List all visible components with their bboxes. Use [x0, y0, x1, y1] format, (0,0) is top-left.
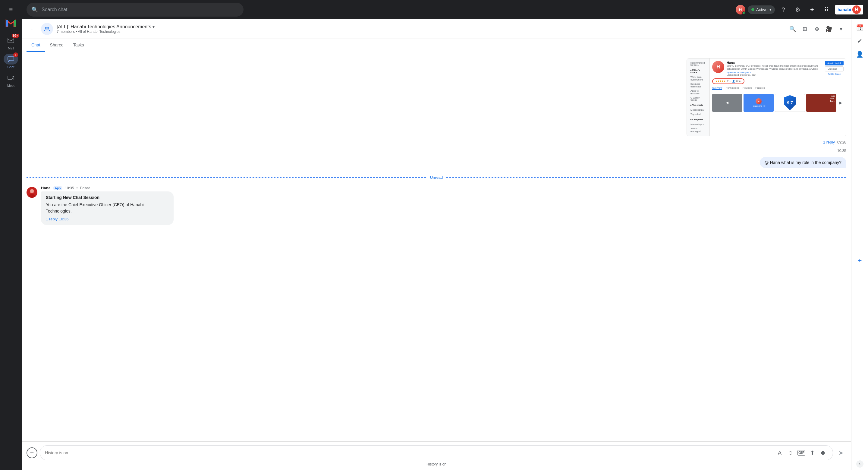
- title-dropdown-icon: ▾: [153, 24, 155, 29]
- ss-rating: ★★★★★ 11 · 👤 22K+: [712, 78, 744, 84]
- chat-icon: [7, 56, 14, 62]
- ss-thumb-3: 9.7: [775, 94, 805, 112]
- header-search-button[interactable]: 🔍: [787, 24, 798, 34]
- ss-add-to-space: Add to Space: [825, 73, 844, 75]
- svg-rect-0: [6, 20, 8, 27]
- send-button[interactable]: ➤: [835, 447, 846, 458]
- gif-button[interactable]: GIF: [797, 448, 806, 458]
- input-actions: A ☺ GIF ⬆ ⏺: [775, 448, 828, 458]
- ai-button[interactable]: ✦: [806, 4, 818, 16]
- image-message: Recommended for Goo... ▸ Editor's choice…: [22, 57, 851, 138]
- right-panel-collapse-button[interactable]: ›: [856, 460, 864, 468]
- ss-shield-container: 9.7: [784, 95, 796, 110]
- ss-hana-says: Hana says: Hi!: [752, 105, 766, 107]
- chat-panel: ← [ALL]: Hanabi Technologies Announcemen…: [22, 19, 851, 470]
- right-panel-calendar-button[interactable]: 📅: [854, 22, 866, 34]
- tab-shared[interactable]: Shared: [45, 39, 68, 52]
- format-text-button[interactable]: A: [775, 448, 784, 458]
- hana-bubble-text: You are the Chief Executive Officer (CEO…: [46, 202, 169, 214]
- upload-icon: ⬆: [810, 449, 815, 456]
- ss-top-charts: ▸ Top charts: [689, 103, 707, 108]
- text-message-timestamp: 10:35: [837, 149, 846, 153]
- scope-text: All of Hanabi Technologies: [78, 30, 120, 34]
- ss-nev-teal: Hana New Tea...: [830, 95, 835, 102]
- hana-reply-time: 10:36: [59, 217, 69, 221]
- messages-area[interactable]: Recommended for Goo... ▸ Editor's choice…: [22, 52, 851, 441]
- online-indicator: [742, 11, 745, 14]
- chat-title[interactable]: [ALL]: Hanabi Technologies Announcements…: [57, 24, 784, 30]
- hana-reply-button[interactable]: 1 reply 10:36: [46, 217, 169, 221]
- message-input[interactable]: [45, 450, 772, 455]
- hana-avatar-image: [27, 187, 37, 198]
- apps-button[interactable]: ⠿: [821, 4, 833, 16]
- tasks-icon: ✔: [857, 37, 862, 45]
- ss-bottom-row: ◀ H Hana says: Hi!: [712, 94, 844, 112]
- settings-button[interactable]: ⚙: [792, 4, 804, 16]
- nav-mail[interactable]: 99+ Mail: [0, 33, 22, 52]
- main-area: 🔍 Search chat H Active ▾ ? ⚙ ✦ ⠿: [22, 0, 868, 470]
- text-message-right: @ Hana what is my role in the company?: [22, 156, 851, 169]
- hamburger-button[interactable]: ☰: [4, 2, 18, 17]
- meet-label: Meet: [7, 84, 14, 87]
- add-icon: +: [30, 449, 34, 457]
- ai-icon: ✦: [809, 6, 815, 13]
- nav-chat[interactable]: 1 Chat: [0, 52, 22, 70]
- right-panel-contacts-button[interactable]: 👤: [854, 48, 866, 60]
- ss-app-desc: Your AI-powered, 24/7 available, never-t…: [727, 64, 823, 71]
- input-container: + A ☺ GIF: [27, 445, 846, 460]
- hanabi-text: hanabi: [838, 7, 851, 12]
- right-panel-tasks-button[interactable]: ✔: [854, 35, 866, 47]
- header-layout-button[interactable]: ⊞: [799, 24, 810, 34]
- ss-right-content: H Hana Your AI-powered, 24/7 available, …: [710, 58, 846, 136]
- search-bar[interactable]: 🔍 Search chat: [27, 3, 244, 17]
- record-button[interactable]: ⏺: [818, 448, 828, 458]
- upload-button[interactable]: ⬆: [807, 448, 817, 458]
- ss-top-rated: Top rated: [689, 112, 707, 116]
- nav-meet[interactable]: Meet: [0, 70, 22, 89]
- header-more-button[interactable]: ▾: [835, 24, 846, 34]
- hana-bubble-title: Starting New Chat Session: [46, 195, 169, 200]
- text-message-time-right: 10:35: [22, 148, 851, 153]
- header-filter-button[interactable]: ⊛: [811, 24, 822, 34]
- history-status: History is on: [27, 462, 846, 466]
- calendar-icon: 📅: [856, 24, 864, 31]
- ss-last-updated: Last updated: October 31, 2024: [727, 74, 823, 76]
- unread-label: Unread: [430, 175, 443, 180]
- tab-tasks[interactable]: Tasks: [68, 39, 89, 52]
- ss-hana-mini: H: [755, 98, 762, 104]
- search-icon: 🔍: [31, 6, 38, 13]
- right-panel-add-button[interactable]: +: [854, 255, 866, 266]
- ss-left-nav: Recommended for Goo... ▸ Editor's choice…: [687, 58, 710, 136]
- hana-message-content: Hana App 10:35 • Edited Starting New Cha…: [41, 186, 846, 225]
- ss-app-info: Hana Your AI-powered, 24/7 available, ne…: [727, 61, 823, 76]
- gmail-m-icon: [5, 19, 16, 27]
- back-button[interactable]: ←: [27, 24, 37, 34]
- image-container[interactable]: Recommended for Goo... ▸ Editor's choice…: [687, 58, 846, 136]
- mail-icon: [7, 38, 14, 43]
- mail-badge: 99+: [12, 34, 19, 38]
- add-attachment-button[interactable]: +: [27, 447, 37, 458]
- tab-chat[interactable]: Chat: [27, 39, 45, 52]
- header-video-button[interactable]: 🎥: [824, 24, 834, 34]
- hanabi-logo[interactable]: hanabi H: [835, 5, 863, 14]
- hana-edited-label: •: [76, 186, 78, 190]
- chat-title-text: [ALL]: Hanabi Technologies Announcements: [57, 24, 151, 30]
- active-status-button[interactable]: Active ▾: [748, 5, 775, 14]
- hana-message: Hana App 10:35 • Edited Starting New Cha…: [22, 184, 851, 226]
- mail-label: Mail: [8, 47, 14, 50]
- image-reply-button[interactable]: 1 reply: [823, 140, 835, 144]
- user-avatar[interactable]: H: [736, 5, 745, 14]
- ss-thumb-1: ◀: [712, 94, 742, 112]
- chat-header-actions: 🔍 ⊞ ⊛ 🎥 ▾: [787, 24, 846, 34]
- ss-by-hanabi: by Hanabi Technologies ✓: [727, 71, 823, 74]
- left-sidebar: ☰ 99+ Mail 1 Chat: [0, 0, 22, 470]
- svg-rect-3: [8, 76, 12, 80]
- emoji-button[interactable]: ☺: [786, 448, 795, 458]
- hana-message-time: 10:35: [65, 186, 74, 190]
- help-button[interactable]: ?: [777, 4, 789, 16]
- svg-point-5: [47, 27, 49, 29]
- ss-apps-discover: Apps to discover: [689, 89, 707, 95]
- emoji-icon: ☺: [788, 450, 793, 456]
- chat-tabs: Chat Shared Tasks: [22, 39, 851, 52]
- gif-icon: GIF: [798, 450, 805, 456]
